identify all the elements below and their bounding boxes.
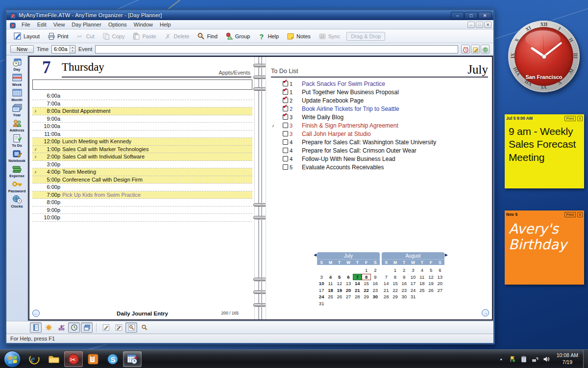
calendar-day-29[interactable]: 29 [391, 293, 399, 300]
child-restore-button[interactable]: □ [476, 22, 483, 28]
time-slot-2-00p[interactable]: ♪2:00pSales Call with Individual Softwar… [32, 153, 252, 161]
todo-item[interactable]: ♪3Finish & Sign Partnership Agreement [271, 121, 488, 130]
calendar-day-19[interactable]: 19 [335, 287, 344, 294]
taskbar-item-internet-explorer[interactable]: e [25, 351, 44, 367]
calendar-day-30[interactable]: 30 [371, 293, 380, 300]
tray-action-center-icon[interactable] [509, 355, 516, 363]
taskbar-clock[interactable]: 10:08 AM 7/19 [554, 352, 581, 366]
todo-checkbox[interactable]: ✔ [283, 114, 288, 120]
pen-style-1-button[interactable] [100, 322, 112, 333]
calendar-day-23[interactable]: 23 [371, 287, 380, 294]
toolbar-print[interactable]: Print [44, 31, 72, 42]
stamp-button[interactable] [55, 322, 67, 333]
pen-style-2-button[interactable] [113, 322, 124, 333]
calendar-day-4[interactable]: 4 [417, 267, 426, 274]
calendar-day-12[interactable]: 12 [335, 280, 344, 287]
calendar-day-22[interactable]: 22 [391, 287, 399, 294]
calendar-day-12[interactable]: 12 [426, 274, 435, 281]
calendar-day-18[interactable]: 18 [326, 287, 335, 294]
sidebar-item-week[interactable]: Week [6, 72, 28, 87]
sidebar-item-address[interactable]: Address [6, 118, 28, 133]
todo-item[interactable]: ✔1Put Together New Business Proposal [271, 88, 488, 96]
time-spinner[interactable]: 6:00a ▴ ▾ [51, 45, 75, 53]
todo-item[interactable]: ✔2Book Airline Tickets for Trip to Seatt… [271, 105, 488, 113]
calendar-day-6[interactable]: 6 [344, 274, 353, 281]
todo-checkbox[interactable]: ✔ [283, 81, 288, 86]
event-alarm-icon-button[interactable] [461, 45, 470, 53]
taskbar-item-outlook[interactable] [84, 351, 102, 367]
calendar-day-28[interactable]: 28 [382, 293, 391, 300]
appointment-quick-entry[interactable] [32, 79, 252, 90]
calendar-day-19[interactable]: 19 [426, 280, 435, 287]
menu-window[interactable]: Window [130, 21, 156, 28]
time-slot-6-00p[interactable]: 6:00p [32, 184, 252, 191]
toolbar-delete[interactable]: ✗Delete [161, 31, 193, 42]
sticky-note-birthday[interactable]: Nov 5 Print X Avery's Birthday [505, 210, 584, 285]
tray-clipboard-tray-icon[interactable] [520, 355, 528, 363]
calendar-day-20[interactable]: 20 [344, 287, 353, 294]
sticky-note-meeting[interactable]: Jul 5 9:00 AM Print X 9 am - Weekly Sale… [505, 114, 584, 188]
child-close-button[interactable]: ✕ [484, 22, 491, 28]
calendar-day-26[interactable]: 26 [335, 293, 344, 300]
toolbar-paste[interactable]: Paste [129, 31, 159, 42]
sidebar-item-password[interactable]: Password [6, 179, 28, 194]
calendar-day-10[interactable]: 10 [409, 274, 417, 281]
spinner-down-icon[interactable]: ▾ [70, 49, 75, 53]
calendar-day-16[interactable]: 16 [400, 280, 409, 287]
calendar-day-14[interactable]: 14 [353, 280, 362, 287]
time-slot-11-00a[interactable]: 11:00a [32, 131, 252, 138]
taskbar-item-windows-explorer[interactable] [45, 351, 63, 367]
toolbar-copy[interactable]: Copy [99, 31, 128, 42]
time-slot-8-00a[interactable]: ♪8:00aDentist Appointment [32, 107, 252, 115]
calendar-day-15[interactable]: 15 [362, 280, 370, 287]
todo-item[interactable]: 3Call John Harper at Studio [271, 130, 488, 138]
calendar-day-13[interactable]: 13 [436, 274, 444, 281]
time-slot-9-00p[interactable]: 9:00p [32, 207, 252, 214]
toolbar-group[interactable]: Group [222, 31, 254, 42]
calendar-day-2[interactable]: 2 [371, 267, 380, 274]
menu-file[interactable]: File [18, 21, 34, 28]
calendar-day-20[interactable]: 20 [436, 280, 444, 287]
sticky-note-text[interactable]: 9 am - Weekly Sales Forecast Meeting [505, 122, 584, 188]
todo-item[interactable]: 5Evaluate Accounts Receivables [271, 163, 488, 171]
zoom-button[interactable] [138, 322, 150, 333]
sidebar-item-notebook[interactable]: Notebook [6, 148, 28, 163]
calendar-day-8[interactable]: 8 [362, 274, 370, 281]
toolbar-help[interactable]: ?Help [254, 31, 282, 42]
time-slot-1-00p[interactable]: ♪1:00pSales Call with Marker Technologie… [32, 146, 252, 154]
options-gear-button[interactable] [43, 322, 54, 333]
time-slot-6-00a[interactable]: 6:00a [32, 92, 252, 100]
time-slot-5-00p[interactable]: 5:00pConference Call with Design Firm [32, 176, 252, 184]
calendar-day-25[interactable]: 25 [326, 293, 335, 300]
sidebar-item-month[interactable]: Month [6, 87, 28, 103]
toolbar-cut[interactable]: ✂Cut [73, 31, 98, 42]
calendar-day-23[interactable]: 23 [400, 287, 409, 294]
sidebar-item-to-do[interactable]: To Do [6, 133, 28, 148]
print-button[interactable]: Print [564, 212, 576, 217]
calendar-day-28[interactable]: 28 [353, 293, 362, 300]
calendar-day-1[interactable]: 1 [391, 267, 399, 274]
calendar-day-11[interactable]: 11 [326, 280, 335, 287]
toolbar-layout[interactable]: Layout [10, 31, 43, 42]
sidebar-item-clocks[interactable]: Clocks [6, 194, 28, 209]
calendar-day-25[interactable]: 25 [417, 287, 426, 294]
calendar-day-30[interactable]: 30 [400, 293, 409, 300]
calendar-day-21[interactable]: 21 [353, 287, 362, 294]
sidebar-item-day[interactable]: Day [6, 57, 28, 72]
clock-view-button[interactable] [68, 322, 80, 333]
close-button[interactable]: ✕ [478, 12, 491, 19]
calendar-day-18[interactable]: 18 [417, 280, 426, 287]
calendar-day-15[interactable]: 15 [391, 280, 399, 287]
print-button[interactable]: Print [564, 116, 576, 121]
menu-help[interactable]: Help [156, 21, 174, 28]
calendar-day-3[interactable]: 3 [317, 274, 326, 281]
todo-item[interactable]: ✔2Update Facebook Page [271, 96, 488, 105]
cascade-button[interactable] [81, 322, 93, 333]
menu-day-planner[interactable]: Day Planner [68, 21, 105, 28]
calendar-day-14[interactable]: 14 [382, 280, 391, 287]
time-slot-4-00p[interactable]: ♪4:00pTeam Meeting [32, 168, 252, 176]
calendar-day-4[interactable]: 4 [326, 274, 335, 281]
calendar-day-17[interactable]: 17 [317, 287, 326, 294]
calendar-day-5[interactable]: 5 [426, 267, 435, 274]
todo-checkbox[interactable] [283, 123, 288, 128]
